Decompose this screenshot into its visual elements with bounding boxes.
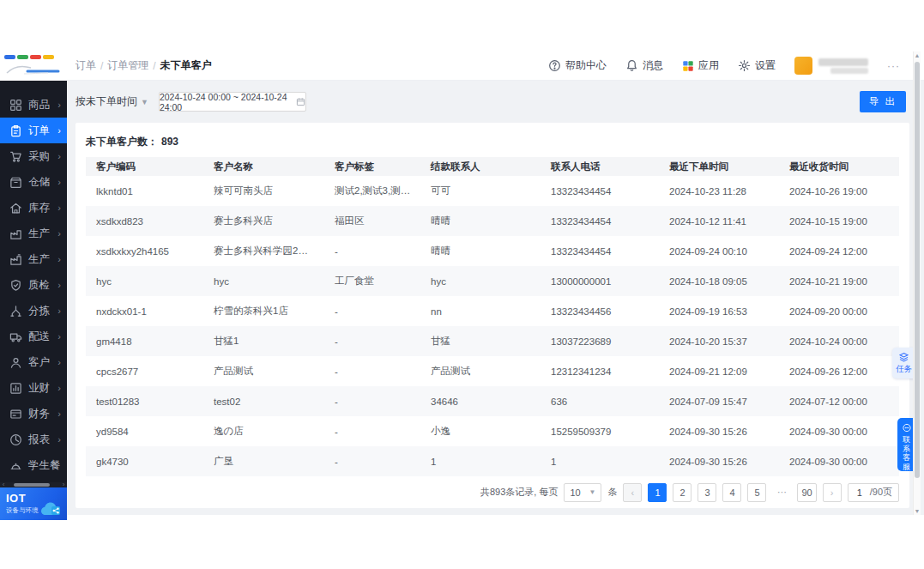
table-row[interactable]: lkkntd01 辣可可南头店 测试2,测试3,测试4... 可可 133234… bbox=[86, 176, 899, 206]
scrollbar-thumb[interactable] bbox=[915, 62, 920, 478]
total-records-label: 共893条记录, 每页 bbox=[480, 486, 558, 499]
sidebar-item[interactable]: 采购 › bbox=[0, 143, 67, 169]
goods-icon bbox=[9, 99, 22, 112]
cell-last-order-time: 2024-09-30 15:26 bbox=[659, 446, 779, 476]
cell-customer-code: hyc bbox=[86, 266, 203, 296]
cell-last-order-time: 2024-09-30 15:26 bbox=[659, 416, 779, 446]
table-row[interactable]: xsdkxd823 赛士多科兴店 福田区 晴晴 13323434454 2024… bbox=[86, 206, 899, 236]
cell-customer-tag: - bbox=[324, 296, 420, 326]
cell-last-receive-time: 2024-09-26 12:00 bbox=[779, 356, 899, 386]
cell-customer-name: 甘猛1 bbox=[203, 326, 324, 356]
task-float-button[interactable]: 任务 bbox=[892, 348, 915, 378]
more-menu-icon[interactable]: ··· bbox=[887, 60, 900, 72]
finance-icon bbox=[9, 408, 22, 421]
table-row[interactable]: nxdckx01-1 柠雪的茶科兴1店 - nn 13323434456 202… bbox=[86, 296, 899, 326]
topbar-action[interactable]: 设置 bbox=[738, 58, 776, 73]
topbar-action[interactable]: 应用 bbox=[682, 58, 719, 73]
topbar-action-label: 应用 bbox=[698, 58, 719, 73]
bell-icon bbox=[625, 59, 638, 72]
cell-contact-phone: 1 bbox=[541, 446, 659, 476]
sidebar-item[interactable]: 生产 › bbox=[0, 246, 67, 272]
sidebar-item[interactable]: 客户 › bbox=[0, 349, 67, 375]
cell-customer-name: 产品测试 bbox=[203, 356, 324, 386]
table-row[interactable]: cpcs2677 产品测试 - 产品测试 12312341234 2024-09… bbox=[86, 356, 899, 386]
sidebar-item[interactable]: 生产 › bbox=[0, 221, 67, 246]
cell-last-order-time: 2024-09-21 12:09 bbox=[659, 356, 779, 386]
scroll-up-icon[interactable]: ▲ bbox=[914, 52, 921, 58]
page-button[interactable]: 90 bbox=[797, 483, 816, 502]
table-row[interactable]: test01283 test02 - 34646 636 2024-07-09 … bbox=[86, 386, 899, 416]
cell-customer-name: hyc bbox=[203, 266, 324, 296]
cell-contact-phone: 13323434454 bbox=[541, 206, 659, 236]
scrollbar-thumb[interactable] bbox=[14, 483, 50, 487]
app-logo bbox=[0, 51, 67, 81]
page-button[interactable]: 4 bbox=[722, 483, 741, 502]
cell-contact-phone: 13323434454 bbox=[541, 176, 659, 206]
chevron-right-icon: › bbox=[57, 152, 61, 161]
column-header: 最近收货时间 bbox=[779, 157, 899, 176]
sidebar-item-label: 生产 bbox=[28, 252, 50, 267]
sidebar-item[interactable]: 商品 › bbox=[0, 92, 67, 118]
user-name-redacted bbox=[818, 58, 868, 74]
sidebar-item[interactable]: 质检 › bbox=[0, 272, 67, 298]
cell-customer-code: xsdkxkxy2h4165 bbox=[86, 236, 203, 266]
sidebar-item[interactable]: 财务 › bbox=[0, 401, 67, 427]
cell-settle-contact: 可可 bbox=[420, 176, 541, 206]
cell-customer-code: xsdkxd823 bbox=[86, 206, 203, 236]
page-size-select[interactable]: 10 ▼ bbox=[564, 483, 601, 502]
page-button[interactable]: 1 bbox=[648, 483, 667, 502]
export-button[interactable]: 导 出 bbox=[860, 91, 906, 112]
column-header: 最近下单时间 bbox=[659, 157, 779, 176]
filter-field-select[interactable]: 按未下单时间 ▼ bbox=[75, 94, 148, 109]
sidebar-item[interactable]: 学生餐 › bbox=[0, 452, 67, 478]
sidebar-item[interactable]: 订单 › bbox=[0, 118, 67, 143]
breadcrumb-order-management[interactable]: 订单管理 bbox=[107, 58, 148, 73]
sidebar-item[interactable]: 业财 › bbox=[0, 375, 67, 401]
page-button[interactable]: 3 bbox=[698, 483, 716, 502]
prev-page-button[interactable]: ‹ bbox=[623, 483, 642, 502]
sidebar-item[interactable]: 仓储 › bbox=[0, 169, 67, 195]
chevron-right-icon: › bbox=[57, 281, 61, 290]
scroll-down-icon[interactable]: ▼ bbox=[914, 508, 921, 514]
sidebar-item[interactable]: 库存 › bbox=[0, 195, 67, 221]
layers-icon bbox=[898, 352, 909, 362]
table-row[interactable]: gm4418 甘猛1 - 甘猛 13037223689 2024-10-20 1… bbox=[86, 326, 899, 356]
main-vertical-scrollbar[interactable]: ▲ ▼ bbox=[913, 51, 921, 515]
sidebar-item[interactable]: 配送 › bbox=[0, 324, 67, 349]
page-button[interactable]: ⋯ bbox=[772, 483, 791, 502]
cell-customer-name: test02 bbox=[203, 386, 324, 416]
cell-contact-phone: 13000000001 bbox=[541, 266, 659, 296]
cell-customer-name: 柠雪的茶科兴1店 bbox=[203, 296, 324, 326]
page-total-suffix: /90页 bbox=[870, 486, 892, 499]
iot-widget[interactable]: IOT 设备与环境 bbox=[0, 487, 67, 520]
user-chip[interactable] bbox=[794, 57, 868, 75]
chevron-down-icon: ▼ bbox=[589, 488, 596, 496]
page-jump-input[interactable]: 1 /90页 bbox=[848, 483, 899, 502]
warehouse-icon bbox=[9, 176, 22, 189]
sidebar-item-label: 仓储 bbox=[28, 175, 50, 190]
topbar-action-label: 帮助中心 bbox=[565, 58, 607, 73]
cell-customer-tag: 福田区 bbox=[324, 206, 420, 236]
topbar-actions: 帮助中心 消息 应用 设置 bbox=[548, 57, 924, 75]
sidebar-item[interactable]: 报表 › bbox=[0, 427, 67, 452]
page-button[interactable]: 2 bbox=[673, 483, 691, 502]
summary-line: 未下单客户数： 893 bbox=[75, 123, 909, 157]
customer-service-label: 联系客服 bbox=[903, 435, 910, 471]
next-page-button[interactable]: › bbox=[823, 483, 842, 502]
date-range-input[interactable]: 2024-10-24 00:00 ~ 2024-10-24 24:00 bbox=[159, 92, 306, 112]
page-button[interactable]: 5 bbox=[747, 483, 766, 502]
table-row[interactable]: xsdkxkxy2h4165 赛士多科兴科学园2号1... - 晴晴 13323… bbox=[86, 236, 899, 266]
topbar-action-label: 设置 bbox=[755, 58, 776, 73]
cell-settle-contact: 晴晴 bbox=[420, 236, 541, 266]
customer-icon bbox=[9, 356, 22, 369]
table-row[interactable]: gk4730 广垦 - 1 1 2024-09-30 15:26 2024-09… bbox=[86, 446, 899, 476]
sidebar-item-label: 报表 bbox=[28, 433, 50, 447]
cell-customer-tag: - bbox=[324, 416, 420, 446]
avatar[interactable] bbox=[794, 57, 812, 75]
table-row[interactable]: hyc hyc 工厂食堂 hyc 13000000001 2024-10-18 … bbox=[86, 266, 899, 296]
sidebar-item[interactable]: 分拣 › bbox=[0, 298, 67, 324]
topbar-action[interactable]: 帮助中心 bbox=[548, 58, 607, 73]
table-row[interactable]: yd9584 逸の店 - 小逸 15259509379 2024-09-30 1… bbox=[86, 416, 899, 446]
breadcrumb-order[interactable]: 订单 bbox=[75, 58, 96, 73]
topbar-action[interactable]: 消息 bbox=[625, 58, 663, 73]
